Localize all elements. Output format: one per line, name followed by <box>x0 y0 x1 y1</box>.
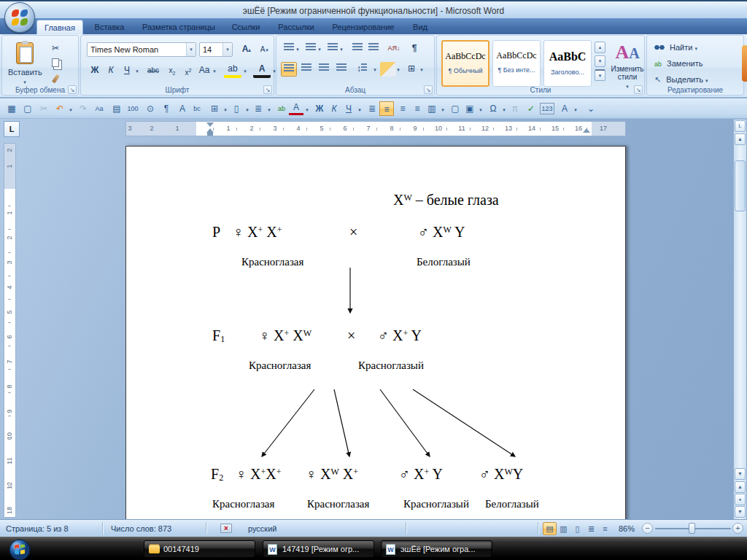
scroll-down-button[interactable]: ▼ <box>735 468 746 480</box>
zoom-100-icon[interactable]: 100 <box>125 101 140 116</box>
tab-recenzirovanie[interactable]: Рецензирование <box>325 20 401 34</box>
select-browse-object-button[interactable]: ● <box>735 494 746 505</box>
paste-dropdown-icon[interactable]: ▾ <box>23 79 26 85</box>
page-layout-icon[interactable]: ▯ <box>229 101 244 116</box>
view-draft[interactable]: ≡ <box>598 522 612 535</box>
underline-button[interactable]: Ч <box>119 63 135 78</box>
superscript-button[interactable]: x2 <box>180 63 196 78</box>
text-box-dropdown-icon[interactable]: ▾ <box>477 107 484 113</box>
left-indent-marker[interactable] <box>207 133 213 136</box>
underline-dropdown-icon[interactable]: ▾ <box>356 107 363 113</box>
change-styles-button[interactable]: AA Изменить стили ▾ <box>611 42 644 90</box>
text-box-icon[interactable]: ▣ <box>462 101 477 116</box>
columns-icon[interactable]: ▥ <box>425 101 439 116</box>
zoom-level[interactable]: 86% <box>619 524 635 533</box>
horizontal-ruler[interactable]: 3 2 1 1 2 3 4 5 6 7 8 9 10 11 12 13 14 1… <box>125 121 626 136</box>
symbol-omega-icon[interactable]: Ω <box>486 101 500 116</box>
task-folder-00147419[interactable]: 00147419 <box>144 540 255 558</box>
change-case-dropdown-icon[interactable]: ▾ <box>211 69 218 74</box>
italic-icon[interactable]: К <box>327 101 341 116</box>
borders-button[interactable]: ⊞ <box>403 62 419 77</box>
font-family-dropdown-icon[interactable]: ▾ <box>186 43 196 56</box>
font-dialog-launcher[interactable]: ↘ <box>263 85 272 94</box>
toolbar-overflow-icon[interactable]: ⌄ <box>584 101 598 116</box>
sort-button[interactable]: АЯ↓ <box>384 42 403 56</box>
start-button[interactable] <box>9 539 31 560</box>
multilevel-dropdown-icon[interactable]: ▾ <box>338 47 345 52</box>
font-family-combo[interactable]: Times New Roman ▾ <box>87 42 196 57</box>
equation-pi-icon[interactable]: π <box>508 101 522 116</box>
tab-razmetka[interactable]: Разметка страницы <box>136 20 222 34</box>
line-spacing-button[interactable]: ↕ <box>354 62 370 77</box>
strikethrough-button[interactable]: abc <box>144 63 163 78</box>
table-grid-icon[interactable]: ⊞ <box>207 101 222 116</box>
first-line-indent-marker[interactable] <box>206 122 214 127</box>
abc-123-icon[interactable]: 123 <box>540 103 554 114</box>
next-page-button[interactable]: ▼ <box>735 506 746 518</box>
font-size-combo[interactable]: 14 ▾ <box>199 42 233 57</box>
save-icon[interactable]: ▦ <box>4 101 19 116</box>
bullets-dropdown-icon[interactable]: ▾ <box>294 47 301 52</box>
word-count[interactable]: Число слов: 873 <box>111 524 171 533</box>
justify-icon[interactable]: ≣ <box>365 101 379 116</box>
magnifier-icon[interactable]: ⊙ <box>143 101 158 116</box>
paragraph-dialog-launcher[interactable]: ↘ <box>424 85 433 94</box>
font-size-dropdown-icon[interactable]: ▾ <box>222 43 232 56</box>
show-marks-button[interactable]: ¶ <box>406 42 422 56</box>
redo-icon[interactable]: ↷ <box>76 101 90 116</box>
subscript-button[interactable]: x2 <box>164 63 180 78</box>
view-fullscreen-reading[interactable]: ▥ <box>557 522 570 535</box>
bold-button[interactable]: Ж <box>87 63 103 78</box>
italic-button[interactable]: К <box>103 63 119 78</box>
task-word-active[interactable]: W эшЁё [Режим огра... <box>381 540 492 558</box>
scrollbar-thumb[interactable] <box>735 160 746 211</box>
style-normal[interactable]: AaBbCcDc ¶ Обычный <box>441 40 489 87</box>
styles-dialog-launcher[interactable]: ↘ <box>634 85 643 94</box>
align-right-button[interactable] <box>316 62 332 77</box>
clipboard-dialog-launcher[interactable]: ↘ <box>68 85 77 94</box>
page-dropdown-icon[interactable]: ▾ <box>244 107 251 113</box>
style-heading1[interactable]: AaBbC Заголово... <box>543 40 592 87</box>
cut-icon[interactable]: ✂ <box>36 101 51 116</box>
view-print-layout[interactable]: ▤ <box>543 522 557 535</box>
tab-vstavka[interactable]: Вставка <box>86 20 133 34</box>
spellcheck-icon[interactable]: ✓ <box>524 101 538 116</box>
undo-dropdown-icon[interactable]: ▾ <box>67 107 74 113</box>
shrink-font-button[interactable]: А▾ <box>255 42 271 57</box>
zoom-slider-thumb[interactable] <box>689 523 695 534</box>
previous-page-button[interactable]: ▲ <box>735 481 746 493</box>
styles-pen-icon[interactable]: А <box>557 101 572 116</box>
zoom-in-button[interactable]: + <box>732 523 743 534</box>
vertical-scrollbar[interactable]: L ▲ ▼ ▲ ● ▼ <box>734 120 746 519</box>
bold-icon[interactable]: Ж <box>312 101 327 116</box>
align-left-button[interactable] <box>281 62 297 77</box>
replace-icon[interactable]: ab <box>274 101 289 116</box>
change-case-button[interactable]: Aa <box>196 63 212 78</box>
replace-button[interactable]: ab Заменить <box>654 59 703 68</box>
increase-indent-button[interactable] <box>365 42 382 56</box>
styles-gallery-expand[interactable]: ▾ <box>595 69 605 81</box>
office-button[interactable] <box>4 2 35 33</box>
font-color-icon[interactable]: А <box>289 101 303 115</box>
styles-scroll-up[interactable]: ▴ <box>595 42 605 53</box>
tab-rassylki[interactable]: Рассылки <box>270 20 322 34</box>
font-color-dropdown-icon[interactable]: ▾ <box>303 107 311 113</box>
zoom-out-button[interactable]: − <box>642 523 653 534</box>
styles-pen-dropdown-icon[interactable]: ▾ <box>572 107 579 113</box>
columns-dropdown-icon[interactable]: ▾ <box>439 107 446 113</box>
find-button[interactable]: Найти ▾ <box>654 43 697 52</box>
select-button[interactable]: ↖ Выделить ▾ <box>654 75 708 85</box>
decrease-indent-button[interactable] <box>349 42 365 56</box>
language-indicator[interactable]: русский <box>248 524 276 533</box>
borders-dropdown-icon[interactable]: ▾ <box>418 67 425 73</box>
document-page[interactable]: XW – белые глаза P ♀ X+ X+ × ♂ XW Y Крас… <box>125 146 626 554</box>
tab-stop-selector[interactable]: L <box>4 121 20 137</box>
underline-dropdown-icon[interactable]: ▾ <box>133 69 141 74</box>
book-icon[interactable]: ▤ <box>109 101 124 116</box>
char-style-icon[interactable]: bc <box>190 101 204 116</box>
ruler-toggle-button[interactable]: L <box>735 120 746 132</box>
spellcheck-status-icon[interactable]: × <box>220 524 232 533</box>
undo-icon[interactable]: ↶ <box>53 101 67 116</box>
cut-button[interactable]: ✂ <box>47 42 63 56</box>
highlight-dropdown-icon[interactable]: ▾ <box>241 69 249 74</box>
